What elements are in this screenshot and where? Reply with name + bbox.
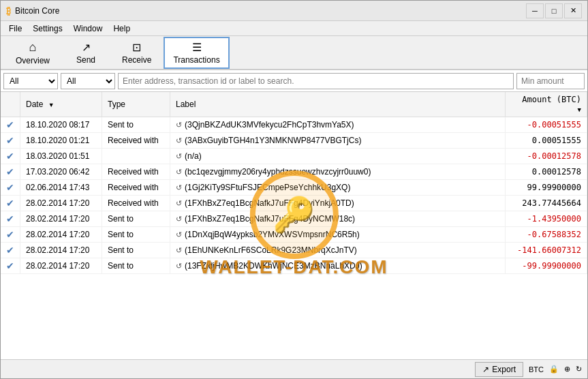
row-amount: -141.66007312: [506, 243, 587, 258]
transactions-button[interactable]: ☰ Transactions: [164, 37, 229, 69]
row-date: 17.03.2020 06:42: [20, 164, 102, 180]
min-amount-input[interactable]: [516, 73, 585, 89]
row-date: 28.02.2014 17:20: [20, 211, 102, 227]
label-icon: ↺: [176, 230, 182, 239]
date-sort-icon: ▼: [48, 102, 55, 108]
overview-icon: ⌂: [29, 40, 37, 55]
close-button[interactable]: ✕: [564, 3, 582, 18]
title-bar: ₿ Bitcoin Core ─ □ ✕: [1, 1, 587, 21]
title-bar-left: ₿ Bitcoin Core: [6, 5, 59, 16]
row-check: ✔: [1, 180, 20, 196]
row-label: ↺(1FXhBxZ7eq1BcgNafkJ7uFFg4DyiYnkjA0TD): [170, 196, 506, 211]
export-icon: ↗: [482, 365, 489, 374]
table-row[interactable]: ✔ 28.02.2014 17:20 Sent to ↺(13FZidjHwMB…: [1, 258, 587, 274]
label-icon: ↺: [176, 262, 182, 271]
row-amount: 99.99900000: [506, 180, 587, 196]
row-label: ↺(3ABxGuyibTGH4n1Y3NMKNWP8477VBGTjCs): [170, 133, 506, 149]
row-label: ↺(1Gj2KiTy9SFtuFSJECmpePseYchhkU3gXQ): [170, 180, 506, 196]
row-check: ✔: [1, 227, 20, 243]
row-date: 28.02.2014 17:20: [20, 258, 102, 274]
receive-label: Receive: [122, 55, 151, 65]
row-type: [102, 149, 170, 164]
send-icon: ↗: [82, 41, 91, 54]
row-type: Sent to: [102, 211, 170, 227]
app-icon: ₿: [6, 5, 11, 16]
row-amount: 0.00012578: [506, 164, 587, 180]
header-type[interactable]: Type: [102, 92, 170, 117]
table-row[interactable]: ✔ 28.02.2014 17:20 Sent to ↺(1EhUNKeKnLr…: [1, 243, 587, 258]
row-date: 18.03.2020 01:51: [20, 149, 102, 164]
row-check: ✔: [1, 164, 20, 180]
amount-sort-icon: ▼: [578, 106, 581, 113]
table-body: ✔ 18.10.2020 08:17 Sent to ↺(3QjnBKZAdUK…: [1, 117, 587, 274]
transactions-table-container: Date ▼ Type Label Amount (BTC) ▼ ✔ 18.10…: [1, 92, 587, 359]
row-label: ↺(1FXhBxZ7eq1BcgNafkJ7uFFg4DyNCMW18c): [170, 211, 506, 227]
transactions-icon: ☰: [192, 41, 202, 54]
header-amount[interactable]: Amount (BTC) ▼: [506, 92, 587, 117]
title-bar-controls: ─ □ ✕: [526, 3, 582, 18]
header-label[interactable]: Label: [170, 92, 506, 117]
table-row[interactable]: ✔ 17.03.2020 06:42 Received with ↺(bc1qe…: [1, 164, 587, 180]
row-type: Sent to: [102, 227, 170, 243]
transactions-table: Date ▼ Type Label Amount (BTC) ▼ ✔ 18.10…: [1, 92, 587, 274]
row-label: ↺(1EhUNKeKnLrF6SCoLRk9G23MNbrqXcJnTV): [170, 243, 506, 258]
table-row[interactable]: ✔ 18.10.2020 08:17 Sent to ↺(3QjnBKZAdUK…: [1, 117, 587, 133]
row-type: Received with: [102, 133, 170, 149]
row-amount: -1.43950000: [506, 211, 587, 227]
transactions-label: Transactions: [173, 55, 219, 65]
row-amount: -0.00051555: [506, 117, 587, 133]
label-icon: ↺: [176, 121, 182, 130]
row-amount: -0.00012578: [506, 149, 587, 164]
row-type: Sent to: [102, 117, 170, 133]
send-button[interactable]: ↗ Send: [62, 37, 110, 69]
send-label: Send: [76, 55, 95, 65]
toolbar: ⌂ Overview ↗ Send ⊡ Receive ☰ Transactio…: [1, 36, 587, 70]
receive-button[interactable]: ⊡ Receive: [112, 37, 161, 69]
row-amount: -99.99900000: [506, 258, 587, 274]
row-check: ✔: [1, 211, 20, 227]
search-input[interactable]: [118, 73, 514, 89]
type-filter[interactable]: All: [3, 73, 58, 89]
row-label: ↺(bc1qezvgjmmy206ry4yphdzssuewzhvzcyjrr0…: [170, 164, 506, 180]
date-filter[interactable]: All: [61, 73, 115, 89]
label-icon: ↺: [176, 152, 182, 161]
table-row[interactable]: ✔ 28.02.2014 17:20 Received with ↺(1FXhB…: [1, 196, 587, 211]
menu-file[interactable]: File: [3, 22, 27, 35]
row-type: Received with: [102, 180, 170, 196]
row-check: ✔: [1, 149, 20, 164]
header-check: [1, 92, 20, 117]
menu-settings[interactable]: Settings: [27, 22, 67, 35]
label-icon: ↺: [176, 168, 182, 177]
row-label: ↺(3QjnBKZAdUK3MVfekycu2FhCpT3hvmYa5X): [170, 117, 506, 133]
table-row[interactable]: ✔ 28.02.2014 17:20 Sent to ↺(1FXhBxZ7eq1…: [1, 211, 587, 227]
table-row[interactable]: ✔ 28.02.2014 17:20 Sent to ↺(1DnXqjBqW4y…: [1, 227, 587, 243]
row-label: ↺(13FZidjHwMB2KDWKhWjNCE3MzBNnaLhXDJ): [170, 258, 506, 274]
overview-button[interactable]: ⌂ Overview: [6, 36, 59, 70]
overview-label: Overview: [16, 56, 50, 65]
minimize-button[interactable]: ─: [526, 3, 544, 18]
menu-help[interactable]: Help: [108, 22, 136, 35]
label-icon: ↺: [176, 246, 182, 255]
maximize-button[interactable]: □: [545, 3, 563, 18]
row-date: 28.02.2014 17:20: [20, 227, 102, 243]
table-header-row: Date ▼ Type Label Amount (BTC) ▼: [1, 92, 587, 117]
row-check: ✔: [1, 117, 20, 133]
filter-bar: All All: [1, 70, 587, 92]
main-window: ₿ Bitcoin Core ─ □ ✕ File Settings Windo…: [0, 0, 588, 379]
header-date[interactable]: Date ▼: [20, 92, 102, 117]
row-date: 18.10.2020 08:17: [20, 117, 102, 133]
export-label: Export: [492, 365, 516, 374]
content-area: 🔑 WALLET-DAT.COM All All Dat: [1, 70, 587, 378]
row-type: Sent to: [102, 258, 170, 274]
label-icon: ↺: [176, 215, 182, 224]
table-row[interactable]: ✔ 18.03.2020 01:51 ↺(n/a) -0.00012578: [1, 149, 587, 164]
menu-window[interactable]: Window: [68, 22, 108, 35]
network-icon: ⊕: [564, 365, 570, 374]
table-row[interactable]: ✔ 02.06.2014 17:43 Received with ↺(1Gj2K…: [1, 180, 587, 196]
row-date: 28.02.2014 17:20: [20, 196, 102, 211]
sync-icon: ↻: [576, 365, 582, 374]
export-button[interactable]: ↗ Export: [475, 362, 523, 377]
row-check: ✔: [1, 243, 20, 258]
row-type: Received with: [102, 164, 170, 180]
table-row[interactable]: ✔ 18.10.2020 01:21 Received with ↺(3ABxG…: [1, 133, 587, 149]
